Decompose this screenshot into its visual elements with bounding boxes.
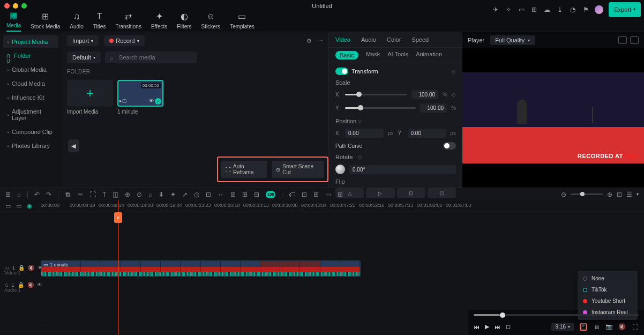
- import-media-card[interactable]: + Import Media: [67, 80, 113, 115]
- mute-icon[interactable]: 🔇: [28, 265, 34, 271]
- tool-12[interactable]: ◷: [194, 191, 199, 198]
- zoom-in-icon[interactable]: ⊕: [607, 191, 612, 198]
- tool-13[interactable]: ⊡: [206, 191, 211, 198]
- ruler-icon-2[interactable]: ▭: [16, 203, 21, 210]
- timeline-ruler[interactable]: ▭ ▭ ◉ 00:00:00 00:00:04:19 00:00:09:14 0…: [0, 200, 644, 212]
- tab-templates[interactable]: ▭Templates: [230, 11, 254, 32]
- scale-x-slider[interactable]: [345, 94, 407, 95]
- format-none[interactable]: None: [578, 273, 638, 284]
- ruler-icon-3[interactable]: ◉: [27, 203, 32, 210]
- inspector-tab-speed[interactable]: Speed: [411, 36, 429, 43]
- tool-7[interactable]: ⊙: [137, 191, 142, 198]
- tool-select[interactable]: ⊞: [5, 191, 11, 198]
- compare-icon[interactable]: [618, 36, 627, 44]
- sparkle-icon[interactable]: ✧: [505, 6, 512, 13]
- sidebar-global-media[interactable]: Global Media: [3, 63, 58, 76]
- prev-frame-button[interactable]: ⏮: [474, 324, 480, 330]
- keyframe-icon[interactable]: ◇: [358, 154, 362, 160]
- ruler-icon-1[interactable]: ▭: [5, 203, 11, 210]
- sidebar-photos-library[interactable]: Photos Library: [3, 139, 58, 152]
- desktop-preview-icon[interactable]: 🖥: [593, 323, 600, 331]
- rotate-knob[interactable]: [335, 165, 345, 174]
- subtab-animation[interactable]: Animation: [416, 51, 442, 59]
- flip-btn-4[interactable]: ⊡: [428, 188, 456, 198]
- more-icon[interactable]: ⋯: [317, 38, 323, 44]
- position-y-input[interactable]: [408, 129, 446, 138]
- preview-viewport[interactable]: RECORDED AT TED: [462, 48, 644, 188]
- position-x-input[interactable]: [345, 129, 384, 138]
- undo-icon[interactable]: ↶: [34, 191, 40, 198]
- sidebar-influence-kit[interactable]: Influence Kit: [3, 91, 58, 104]
- tab-stock-media[interactable]: ⊞Stock Media: [31, 11, 60, 32]
- play-button[interactable]: ▶: [485, 323, 489, 330]
- stop-button[interactable]: ◻: [506, 323, 511, 330]
- sidebar-compound-clip[interactable]: Compound Clip: [3, 125, 58, 138]
- user-avatar[interactable]: [595, 5, 603, 14]
- tool-18[interactable]: ⊡: [302, 191, 307, 198]
- layout-icon[interactable]: ⊞: [530, 6, 538, 13]
- redo-icon[interactable]: ↷: [46, 191, 51, 198]
- keyframe-icon[interactable]: ◇: [358, 118, 362, 124]
- export-button[interactable]: Export ▾: [609, 2, 641, 17]
- delete-icon[interactable]: 🗑: [65, 191, 71, 198]
- subtab-ai-tools[interactable]: AI Tools: [387, 51, 408, 59]
- preview-seekbar[interactable]: [474, 314, 639, 316]
- tool-10[interactable]: ✦: [170, 191, 176, 198]
- media-clip-1minute[interactable]: 00:00:52 ▸▢ 👁✓ 1 minute: [117, 80, 163, 115]
- scale-x-input[interactable]: [411, 90, 438, 99]
- zoom-out-icon[interactable]: ⊝: [561, 191, 566, 198]
- scale-y-input[interactable]: [420, 103, 447, 113]
- tool-16[interactable]: ⊞: [242, 191, 248, 198]
- inspector-tab-video[interactable]: Video: [335, 36, 350, 43]
- flip-btn-3[interactable]: ⊡: [397, 188, 425, 198]
- mute-icon[interactable]: 🔇: [27, 282, 34, 288]
- tab-transitions[interactable]: ⇄Transitions: [115, 11, 141, 32]
- tool-5[interactable]: ◫: [113, 191, 118, 198]
- record-dropdown[interactable]: Record ▾: [104, 35, 144, 46]
- aspect-display[interactable]: 9:16▾: [551, 323, 574, 331]
- tool-21[interactable]: ⊞: [338, 191, 343, 198]
- quality-dropdown[interactable]: Full Quality▾: [490, 35, 535, 45]
- crop-icon[interactable]: ⛶: [89, 191, 96, 198]
- list-icon[interactable]: ☰: [626, 191, 632, 198]
- import-dropdown[interactable]: Import ▾: [67, 35, 99, 46]
- tool-11[interactable]: ↗: [182, 191, 188, 198]
- tool-search[interactable]: ⌕: [17, 191, 21, 198]
- transform-toggle[interactable]: [335, 68, 348, 75]
- volume-icon[interactable]: 🔇: [618, 323, 626, 331]
- gift-icon[interactable]: ⚑: [582, 6, 589, 13]
- tool-20[interactable]: ▭: [325, 191, 331, 198]
- subtab-basic[interactable]: Basic: [335, 51, 358, 59]
- tool-6[interactable]: ⊕: [125, 191, 130, 198]
- subtab-mask[interactable]: Mask: [366, 51, 380, 59]
- download-icon[interactable]: ⤓: [556, 6, 564, 13]
- smart-scene-cut-button[interactable]: ⊝Smart Scene Cut: [272, 161, 324, 178]
- link-xy-icon[interactable]: ⊂⊃: [5, 54, 12, 63]
- eye-icon[interactable]: 👁: [37, 282, 42, 288]
- tool-19[interactable]: ⊞: [313, 191, 319, 198]
- tool-15[interactable]: ⊞: [230, 191, 236, 198]
- flip-v-button[interactable]: ▷: [366, 188, 394, 198]
- format-youtube-short[interactable]: Youtube Short: [578, 295, 638, 307]
- sidebar-project-media[interactable]: Project Media: [3, 35, 58, 48]
- rotate-input[interactable]: [349, 165, 456, 174]
- tool-14[interactable]: ↔: [218, 191, 224, 198]
- tool-17[interactable]: ⊟: [254, 191, 259, 198]
- inspector-tab-color[interactable]: Color: [387, 36, 401, 43]
- tab-titles[interactable]: TTitles: [93, 12, 106, 32]
- keyframe-icon[interactable]: ◇: [452, 92, 456, 98]
- playhead[interactable]: [118, 200, 118, 335]
- auto-reframe-button[interactable]: ⛶Auto Reframe: [221, 161, 267, 178]
- sort-dropdown[interactable]: Default ▾: [67, 51, 101, 63]
- video-clip[interactable]: ▭1 minute: [41, 260, 361, 277]
- tab-filters[interactable]: ◐Filters: [177, 11, 191, 32]
- snapshot-icon[interactable]: 📷: [605, 323, 613, 331]
- search-input[interactable]: [105, 51, 197, 63]
- nav-prev[interactable]: ◀: [68, 139, 79, 152]
- tab-audio[interactable]: ♫Audio: [70, 12, 84, 32]
- send-icon[interactable]: ✈: [492, 6, 499, 13]
- sidebar-adjustment-layer[interactable]: Adjustment Layer: [3, 105, 58, 124]
- text-icon[interactable]: T: [102, 191, 106, 198]
- inspector-tab-audio[interactable]: Audio: [361, 36, 376, 43]
- path-curve-toggle[interactable]: [443, 142, 456, 150]
